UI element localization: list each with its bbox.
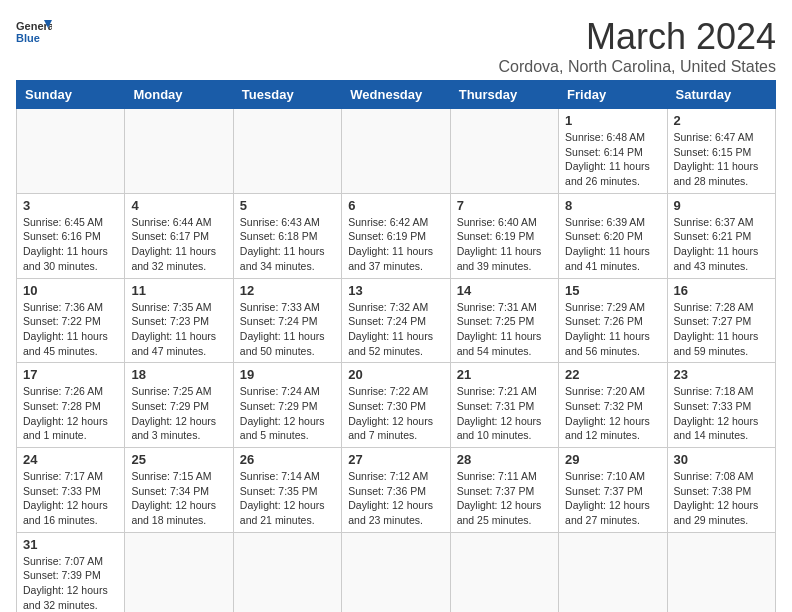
calendar-cell: 19Sunrise: 7:24 AM Sunset: 7:29 PM Dayli… <box>233 363 341 448</box>
day-number: 3 <box>23 198 118 213</box>
day-info: Sunrise: 7:11 AM Sunset: 7:37 PM Dayligh… <box>457 469 552 528</box>
svg-text:Blue: Blue <box>16 32 40 44</box>
day-info: Sunrise: 6:43 AM Sunset: 6:18 PM Dayligh… <box>240 215 335 274</box>
calendar-cell: 21Sunrise: 7:21 AM Sunset: 7:31 PM Dayli… <box>450 363 558 448</box>
day-number: 5 <box>240 198 335 213</box>
day-info: Sunrise: 7:25 AM Sunset: 7:29 PM Dayligh… <box>131 384 226 443</box>
calendar-cell: 20Sunrise: 7:22 AM Sunset: 7:30 PM Dayli… <box>342 363 450 448</box>
calendar-cell <box>233 532 341 612</box>
calendar-cell <box>342 109 450 194</box>
day-number: 14 <box>457 283 552 298</box>
day-info: Sunrise: 6:48 AM Sunset: 6:14 PM Dayligh… <box>565 130 660 189</box>
day-info: Sunrise: 7:29 AM Sunset: 7:26 PM Dayligh… <box>565 300 660 359</box>
calendar-cell <box>125 532 233 612</box>
weekday-header: Sunday <box>17 81 125 109</box>
day-number: 25 <box>131 452 226 467</box>
calendar-cell: 24Sunrise: 7:17 AM Sunset: 7:33 PM Dayli… <box>17 448 125 533</box>
day-number: 24 <box>23 452 118 467</box>
calendar-cell: 2Sunrise: 6:47 AM Sunset: 6:15 PM Daylig… <box>667 109 775 194</box>
day-info: Sunrise: 7:26 AM Sunset: 7:28 PM Dayligh… <box>23 384 118 443</box>
day-number: 17 <box>23 367 118 382</box>
day-info: Sunrise: 6:44 AM Sunset: 6:17 PM Dayligh… <box>131 215 226 274</box>
location-title: Cordova, North Carolina, United States <box>499 58 776 76</box>
calendar-cell: 7Sunrise: 6:40 AM Sunset: 6:19 PM Daylig… <box>450 193 558 278</box>
calendar-cell: 27Sunrise: 7:12 AM Sunset: 7:36 PM Dayli… <box>342 448 450 533</box>
day-info: Sunrise: 6:40 AM Sunset: 6:19 PM Dayligh… <box>457 215 552 274</box>
logo-icon: General Blue <box>16 16 52 46</box>
calendar-cell: 12Sunrise: 7:33 AM Sunset: 7:24 PM Dayli… <box>233 278 341 363</box>
day-info: Sunrise: 7:24 AM Sunset: 7:29 PM Dayligh… <box>240 384 335 443</box>
day-info: Sunrise: 7:32 AM Sunset: 7:24 PM Dayligh… <box>348 300 443 359</box>
day-info: Sunrise: 7:35 AM Sunset: 7:23 PM Dayligh… <box>131 300 226 359</box>
calendar-cell: 15Sunrise: 7:29 AM Sunset: 7:26 PM Dayli… <box>559 278 667 363</box>
day-number: 31 <box>23 537 118 552</box>
calendar-cell: 30Sunrise: 7:08 AM Sunset: 7:38 PM Dayli… <box>667 448 775 533</box>
day-number: 29 <box>565 452 660 467</box>
calendar-cell: 14Sunrise: 7:31 AM Sunset: 7:25 PM Dayli… <box>450 278 558 363</box>
day-number: 30 <box>674 452 769 467</box>
day-info: Sunrise: 7:21 AM Sunset: 7:31 PM Dayligh… <box>457 384 552 443</box>
calendar-cell <box>17 109 125 194</box>
day-number: 26 <box>240 452 335 467</box>
day-number: 21 <box>457 367 552 382</box>
calendar-cell: 9Sunrise: 6:37 AM Sunset: 6:21 PM Daylig… <box>667 193 775 278</box>
title-area: March 2024 Cordova, North Carolina, Unit… <box>499 16 776 76</box>
day-info: Sunrise: 7:14 AM Sunset: 7:35 PM Dayligh… <box>240 469 335 528</box>
calendar-cell: 23Sunrise: 7:18 AM Sunset: 7:33 PM Dayli… <box>667 363 775 448</box>
day-number: 28 <box>457 452 552 467</box>
day-number: 12 <box>240 283 335 298</box>
calendar-cell: 29Sunrise: 7:10 AM Sunset: 7:37 PM Dayli… <box>559 448 667 533</box>
day-info: Sunrise: 7:08 AM Sunset: 7:38 PM Dayligh… <box>674 469 769 528</box>
calendar-cell: 26Sunrise: 7:14 AM Sunset: 7:35 PM Dayli… <box>233 448 341 533</box>
day-number: 2 <box>674 113 769 128</box>
weekday-header: Wednesday <box>342 81 450 109</box>
day-number: 20 <box>348 367 443 382</box>
day-number: 6 <box>348 198 443 213</box>
weekday-header: Friday <box>559 81 667 109</box>
day-info: Sunrise: 6:42 AM Sunset: 6:19 PM Dayligh… <box>348 215 443 274</box>
calendar-cell: 1Sunrise: 6:48 AM Sunset: 6:14 PM Daylig… <box>559 109 667 194</box>
calendar-cell: 31Sunrise: 7:07 AM Sunset: 7:39 PM Dayli… <box>17 532 125 612</box>
day-number: 7 <box>457 198 552 213</box>
logo: General Blue <box>16 16 52 46</box>
day-number: 16 <box>674 283 769 298</box>
calendar-cell <box>559 532 667 612</box>
weekday-header: Thursday <box>450 81 558 109</box>
day-info: Sunrise: 6:47 AM Sunset: 6:15 PM Dayligh… <box>674 130 769 189</box>
day-info: Sunrise: 7:28 AM Sunset: 7:27 PM Dayligh… <box>674 300 769 359</box>
day-info: Sunrise: 7:17 AM Sunset: 7:33 PM Dayligh… <box>23 469 118 528</box>
day-number: 13 <box>348 283 443 298</box>
day-info: Sunrise: 7:22 AM Sunset: 7:30 PM Dayligh… <box>348 384 443 443</box>
day-info: Sunrise: 6:45 AM Sunset: 6:16 PM Dayligh… <box>23 215 118 274</box>
day-info: Sunrise: 6:39 AM Sunset: 6:20 PM Dayligh… <box>565 215 660 274</box>
day-info: Sunrise: 7:12 AM Sunset: 7:36 PM Dayligh… <box>348 469 443 528</box>
calendar-cell: 5Sunrise: 6:43 AM Sunset: 6:18 PM Daylig… <box>233 193 341 278</box>
calendar-cell: 4Sunrise: 6:44 AM Sunset: 6:17 PM Daylig… <box>125 193 233 278</box>
day-number: 1 <box>565 113 660 128</box>
day-number: 23 <box>674 367 769 382</box>
day-number: 19 <box>240 367 335 382</box>
day-number: 4 <box>131 198 226 213</box>
calendar-cell: 6Sunrise: 6:42 AM Sunset: 6:19 PM Daylig… <box>342 193 450 278</box>
calendar-cell: 11Sunrise: 7:35 AM Sunset: 7:23 PM Dayli… <box>125 278 233 363</box>
calendar-cell <box>233 109 341 194</box>
day-number: 9 <box>674 198 769 213</box>
day-number: 15 <box>565 283 660 298</box>
day-info: Sunrise: 7:31 AM Sunset: 7:25 PM Dayligh… <box>457 300 552 359</box>
calendar-cell <box>450 109 558 194</box>
day-info: Sunrise: 6:37 AM Sunset: 6:21 PM Dayligh… <box>674 215 769 274</box>
calendar-cell <box>125 109 233 194</box>
calendar-cell: 18Sunrise: 7:25 AM Sunset: 7:29 PM Dayli… <box>125 363 233 448</box>
day-number: 10 <box>23 283 118 298</box>
calendar-cell: 22Sunrise: 7:20 AM Sunset: 7:32 PM Dayli… <box>559 363 667 448</box>
calendar-cell: 25Sunrise: 7:15 AM Sunset: 7:34 PM Dayli… <box>125 448 233 533</box>
day-info: Sunrise: 7:10 AM Sunset: 7:37 PM Dayligh… <box>565 469 660 528</box>
day-info: Sunrise: 7:33 AM Sunset: 7:24 PM Dayligh… <box>240 300 335 359</box>
day-number: 11 <box>131 283 226 298</box>
calendar-cell: 17Sunrise: 7:26 AM Sunset: 7:28 PM Dayli… <box>17 363 125 448</box>
calendar-cell <box>450 532 558 612</box>
day-info: Sunrise: 7:18 AM Sunset: 7:33 PM Dayligh… <box>674 384 769 443</box>
calendar-cell: 13Sunrise: 7:32 AM Sunset: 7:24 PM Dayli… <box>342 278 450 363</box>
calendar-table: SundayMondayTuesdayWednesdayThursdayFrid… <box>16 80 776 612</box>
weekday-header: Saturday <box>667 81 775 109</box>
